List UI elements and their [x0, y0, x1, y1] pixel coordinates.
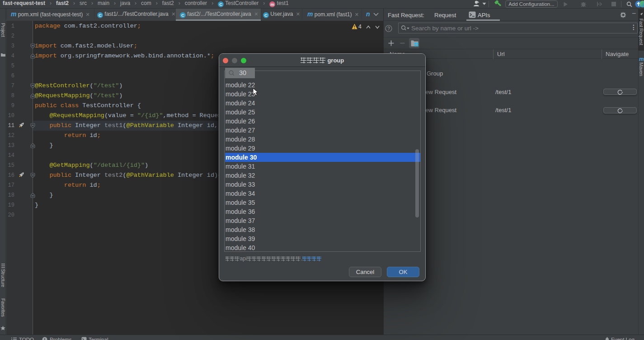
svg-text:?: ? [387, 26, 390, 31]
